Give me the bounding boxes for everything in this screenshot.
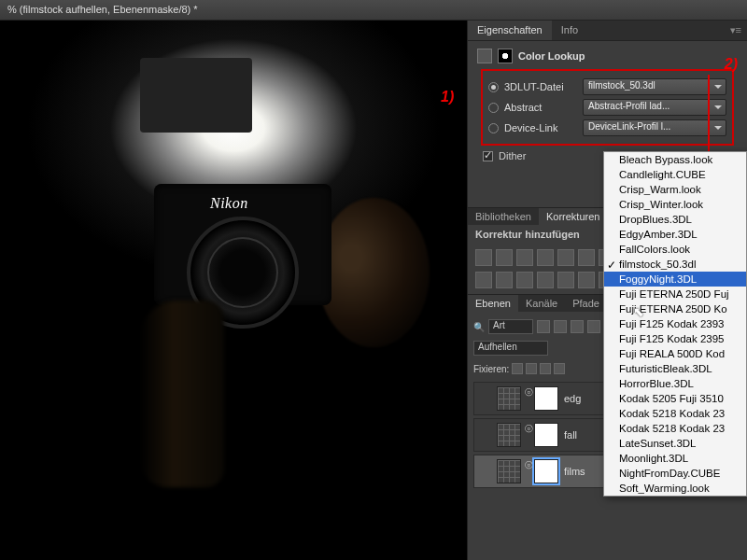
label-abstract: Abstract: [504, 102, 577, 113]
properties-tabs: Eigenschaften Info ▾≡: [468, 21, 747, 41]
tab-kanale[interactable]: Kanäle: [518, 295, 565, 312]
lock-label: Fixieren:: [473, 364, 509, 374]
lut-option[interactable]: FoggyNight.3DL: [604, 272, 746, 287]
lut-option[interactable]: EdgyAmber.3DL: [604, 227, 746, 242]
adj-curves-icon[interactable]: [516, 249, 533, 266]
lut-option[interactable]: DropBlues.3DL: [604, 212, 746, 227]
link-icon: ⦾: [525, 386, 530, 411]
lut-option[interactable]: FallColors.look: [604, 242, 746, 257]
label-dither: Dither: [499, 150, 526, 161]
dropdown-abstract[interactable]: Abstract-Profil lad...: [583, 99, 726, 116]
panel-menu-icon[interactable]: ▾≡: [725, 21, 747, 40]
adj-channel-mixer-icon[interactable]: [496, 272, 513, 288]
lut-option[interactable]: HorrorBlue.3DL: [604, 376, 746, 391]
lut-option[interactable]: Fuji F125 Kodak 2393: [604, 316, 746, 331]
adj-vibrance-icon[interactable]: [557, 249, 574, 266]
tab-ebenen[interactable]: Ebenen: [468, 295, 518, 312]
lut-option[interactable]: NightFromDay.CUBE: [604, 466, 746, 481]
tab-bibliotheken[interactable]: Bibliotheken: [468, 208, 539, 225]
mask-thumb[interactable]: [534, 386, 558, 411]
lut-dropdown-list[interactable]: Bleach Bypass.lookCandlelight.CUBECrisp_…: [603, 151, 747, 497]
image-content: [140, 58, 252, 133]
adj-lut-icon[interactable]: [516, 272, 533, 288]
lut-option[interactable]: Moonlight.3DL: [604, 451, 746, 466]
checkbox-dither[interactable]: [483, 151, 493, 161]
radio-3dlut[interactable]: [488, 82, 499, 92]
adj-photo-filter-icon[interactable]: [475, 272, 492, 288]
dropdown-devicelink[interactable]: DeviceLink-Profil l...: [583, 119, 726, 136]
adj-threshold-icon[interactable]: [578, 272, 595, 288]
layer-thumb[interactable]: [497, 386, 521, 411]
lut-option[interactable]: Fuji REALA 500D Kod: [604, 346, 746, 361]
radio-devicelink[interactable]: [488, 123, 499, 133]
annotation-2: 2): [725, 56, 738, 73]
label-3dlut: 3DLUT-Datei: [504, 81, 577, 92]
adj-brightness-icon[interactable]: [475, 249, 492, 266]
panel-title: Color Lookup: [518, 50, 585, 62]
mask-thumb[interactable]: [534, 423, 558, 447]
lut-option[interactable]: Kodak 5205 Fuji 3510: [604, 391, 746, 406]
lut-option[interactable]: Bleach Bypass.look: [604, 152, 746, 167]
adj-levels-icon[interactable]: [496, 249, 513, 266]
lut-option[interactable]: Kodak 5218 Kodak 23: [604, 406, 746, 421]
filter-adj-icon[interactable]: [554, 320, 567, 333]
layer-thumb[interactable]: [497, 459, 521, 483]
dropdown-3dlut-file[interactable]: filmstock_50.3dl: [583, 78, 726, 95]
lut-option[interactable]: Fuji F125 Kodak 2395: [604, 331, 746, 346]
layer-thumb[interactable]: [497, 423, 521, 447]
grid-icon: [477, 49, 492, 63]
label-devicelink: Device-Link: [504, 122, 577, 133]
tab-info[interactable]: Info: [552, 21, 587, 40]
lock-position-icon[interactable]: [540, 363, 551, 374]
blend-mode-dropdown[interactable]: Aufhellen: [473, 341, 548, 356]
mask-thumb[interactable]: [534, 459, 558, 483]
lock-pixels-icon[interactable]: [526, 363, 537, 374]
lut-option[interactable]: Crisp_Warm.look: [604, 182, 746, 197]
lut-option[interactable]: FuturisticBleak.3DL: [604, 361, 746, 376]
canvas-viewport[interactable]: [0, 21, 467, 560]
mask-icon: [498, 49, 513, 63]
filter-type-icon[interactable]: [571, 320, 584, 333]
annotation-arrow: [708, 75, 710, 163]
lut-option[interactable]: Fuji ETERNA 250D Fuj: [604, 287, 746, 301]
lock-all-icon[interactable]: [554, 363, 565, 374]
lock-transparent-icon[interactable]: [512, 363, 523, 374]
adj-posterize-icon[interactable]: [557, 272, 574, 288]
lut-option[interactable]: filmstock_50.3dl: [604, 257, 746, 272]
lut-option[interactable]: Soft_Warming.look: [604, 481, 746, 496]
radio-abstract[interactable]: [488, 103, 499, 113]
adj-hsl-icon[interactable]: [578, 249, 595, 266]
lut-option[interactable]: Candlelight.CUBE: [604, 167, 746, 182]
lut-option[interactable]: Fuji ETERNA 250D Ko: [604, 301, 746, 316]
lut-option[interactable]: LateSunset.3DL: [604, 436, 746, 451]
filter-shape-icon[interactable]: [587, 320, 600, 333]
lut-option[interactable]: Kodak 5218 Kodak 23: [604, 421, 746, 436]
tab-korrekturen[interactable]: Korrekturen: [539, 208, 607, 225]
document-title: % (filmstock aufhellen, Ebenenmaske/8) *: [0, 0, 747, 21]
filter-pixel-icon[interactable]: [537, 320, 550, 333]
annotation-box: 3DLUT-Datei filmstock_50.3dl Abstract Ab…: [481, 69, 734, 146]
adj-exposure-icon[interactable]: [537, 249, 554, 266]
layer-filter-kind[interactable]: Art: [488, 319, 533, 334]
tab-pfade[interactable]: Pfade: [565, 295, 607, 312]
lut-option[interactable]: Crisp_Winter.look: [604, 197, 746, 212]
annotation-1: 1): [441, 89, 454, 105]
tab-eigenschaften[interactable]: Eigenschaften: [468, 21, 552, 40]
adj-invert-icon[interactable]: [537, 272, 554, 288]
